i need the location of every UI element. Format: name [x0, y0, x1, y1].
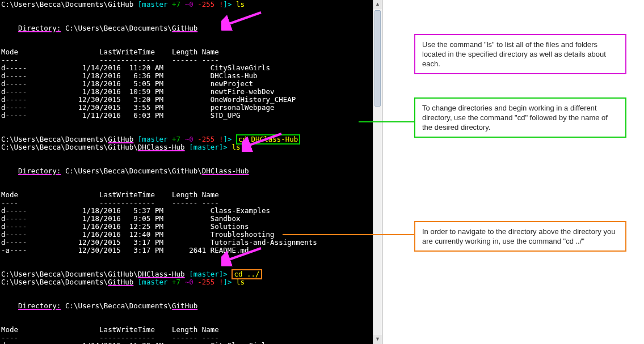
scrollbar-thumb[interactable]	[374, 10, 381, 107]
note-ls: Use the command "ls" to list all of the …	[414, 34, 626, 74]
scroll-up-arrow-icon[interactable]: ▲	[373, 0, 382, 9]
annotations-panel: Use the command "ls" to list all of the …	[382, 0, 644, 344]
note-cd: To change directories and begin working …	[414, 97, 626, 138]
note-cd-up: In order to navigate to the directory ab…	[414, 221, 626, 252]
terminal-window: C:\Users\Becca\Documents\GitHub [master …	[0, 0, 382, 344]
note-text: Use the command "ls" to list all of the …	[422, 40, 606, 68]
scroll-down-arrow-icon[interactable]: ▼	[373, 335, 382, 344]
connector-line	[359, 121, 414, 122]
note-text: To change directories and begin working …	[422, 104, 608, 131]
terminal-content: C:\Users\Becca\Documents\GitHub [master …	[0, 0, 373, 344]
terminal-scrollbar[interactable]: ▲ ▼	[373, 0, 382, 344]
connector-line	[283, 234, 414, 235]
note-text: In order to navigate to the directory ab…	[422, 227, 615, 245]
